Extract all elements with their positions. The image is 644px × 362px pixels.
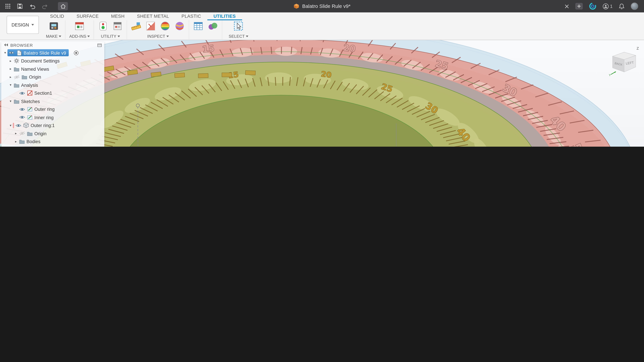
browser-row-origin[interactable]: ▸Origin bbox=[1, 129, 104, 137]
browser-row-sketches[interactable]: ▾Sketches bbox=[1, 146, 104, 147]
user-avatar[interactable] bbox=[631, 2, 638, 10]
visibility-eye-off-icon[interactable] bbox=[19, 131, 25, 136]
select-group-label[interactable]: SELECT bbox=[228, 34, 248, 38]
expand-arrow[interactable]: ▾ bbox=[8, 83, 13, 87]
browser-row-named-views[interactable]: ▸Named Views bbox=[1, 65, 104, 73]
document-icon bbox=[16, 50, 22, 56]
folder-icon bbox=[14, 66, 20, 72]
browser-row-label: Outer ring bbox=[34, 107, 55, 112]
ribbon-tabs: SOLIDSURFACEMESHSHEET METALPLASTICUTILIT… bbox=[44, 13, 242, 20]
new-document-icon[interactable] bbox=[575, 3, 582, 9]
utility-group-label[interactable]: UTILITY bbox=[101, 34, 120, 38]
browser-row-outer-ring-1[interactable]: ▾Outer ring:1 bbox=[1, 121, 104, 129]
section-analysis-icon[interactable] bbox=[146, 21, 156, 33]
visibility-eye-on-icon[interactable] bbox=[8, 51, 14, 55]
document-tab[interactable]: Balatro Slide Rule v9* bbox=[294, 3, 350, 9]
expand-arrow[interactable]: ▸ bbox=[8, 59, 13, 63]
expand-arrow[interactable]: ▾ bbox=[8, 99, 13, 103]
browser-row-section1[interactable]: Section1 bbox=[1, 89, 104, 97]
browser-row-label: Origin bbox=[34, 131, 46, 136]
close-document-icon[interactable] bbox=[564, 4, 569, 8]
home-icon[interactable] bbox=[58, 2, 68, 10]
browser-row-label: Sketches bbox=[21, 99, 40, 104]
chevron-down-icon bbox=[166, 35, 169, 38]
tab-utilities[interactable]: UTILITIES bbox=[207, 13, 242, 20]
tab-surface[interactable]: SURFACE bbox=[70, 13, 105, 20]
expand-arrow[interactable]: ▸ bbox=[14, 140, 18, 143]
tab-sheet-metal[interactable]: SHEET METAL bbox=[131, 13, 176, 20]
chevron-down-icon bbox=[118, 35, 120, 38]
browser-rows: ▾Balatro Slide Rule v9▸Document Settings… bbox=[1, 49, 104, 147]
browser-row-sketches[interactable]: ▾Sketches bbox=[1, 97, 104, 105]
presence-badge[interactable]: 1 bbox=[602, 3, 613, 9]
browser-row-balatro-slide-rule-v9[interactable]: ▾Balatro Slide Rule v9 bbox=[1, 49, 104, 57]
inspect-group-label[interactable]: INSPECT bbox=[147, 34, 169, 38]
utility-panel-icon[interactable] bbox=[112, 21, 123, 33]
browser-menu-button[interactable] bbox=[97, 43, 102, 47]
browser-row-label: Balatro Slide Rule v9 bbox=[24, 50, 66, 55]
expand-arrow[interactable]: ▾ bbox=[3, 51, 8, 55]
folder-icon bbox=[19, 139, 25, 144]
browser-row-label: Bodies bbox=[26, 139, 40, 144]
expand-arrow[interactable]: ▸ bbox=[8, 75, 13, 79]
document-cube-icon bbox=[294, 3, 299, 9]
sketch-icon bbox=[27, 114, 33, 120]
browser-row-label: Named Views bbox=[21, 66, 49, 71]
interference-spheres-icon[interactable] bbox=[208, 21, 218, 33]
svg-text:20: 20 bbox=[320, 69, 332, 79]
visibility-eye-on-icon[interactable] bbox=[15, 123, 22, 128]
browser-row-label: Document Settings bbox=[21, 58, 60, 63]
ribbon-toolbar: DESIGN SOLIDSURFACEMESHSHEET METALPLASTI… bbox=[0, 12, 644, 40]
gear-icon bbox=[14, 58, 20, 64]
visibility-eye-on-icon[interactable] bbox=[19, 115, 25, 120]
titlebar: Balatro Slide Rule v9* 1 bbox=[0, 0, 644, 12]
addins-group-label[interactable]: ADD-INS bbox=[69, 34, 90, 38]
measure-icon[interactable] bbox=[131, 21, 142, 33]
fusion-logo-icon[interactable] bbox=[589, 2, 596, 10]
chevron-down-icon bbox=[246, 35, 248, 38]
viewcube-z-axis-label: Z bbox=[636, 46, 639, 50]
draft-analysis-icon[interactable] bbox=[174, 21, 185, 33]
browser-row-document-settings[interactable]: ▸Document Settings bbox=[1, 57, 104, 65]
expand-arrow[interactable]: ▸ bbox=[8, 67, 13, 71]
tab-mesh[interactable]: MESH bbox=[105, 13, 131, 20]
tab-solid[interactable]: SOLID bbox=[44, 13, 70, 20]
curvature-map-icon[interactable] bbox=[160, 21, 171, 33]
select-icon[interactable] bbox=[233, 21, 244, 33]
viewcube[interactable]: Z BACK LEFT Y bbox=[608, 45, 640, 77]
redo-icon[interactable] bbox=[42, 3, 48, 9]
make-group-label[interactable]: MAKE bbox=[46, 34, 62, 38]
expand-arrow[interactable]: ▸ bbox=[14, 132, 18, 135]
activate-component-radio[interactable] bbox=[74, 50, 79, 55]
app-grid-icon[interactable] bbox=[5, 3, 11, 9]
browser-row-analysis[interactable]: ▾Analysis bbox=[1, 81, 104, 89]
make-icon[interactable] bbox=[48, 21, 59, 33]
browser-row-label: Origin bbox=[29, 75, 41, 80]
browser-collapse-icon[interactable] bbox=[4, 43, 8, 48]
tab-plastic[interactable]: PLASTIC bbox=[175, 13, 207, 20]
browser-row-bodies[interactable]: ▸Bodies bbox=[1, 138, 104, 146]
chevron-down-icon bbox=[32, 24, 34, 27]
expand-arrow[interactable]: ▾ bbox=[8, 123, 13, 127]
data-tools-group bbox=[189, 20, 222, 39]
workspace-selector[interactable]: DESIGN bbox=[6, 16, 39, 34]
notifications-bell-icon[interactable] bbox=[619, 3, 625, 9]
component-icon bbox=[23, 122, 29, 128]
folder-icon bbox=[14, 82, 20, 88]
visibility-eye-off-icon[interactable] bbox=[14, 75, 20, 79]
parameters-table-icon[interactable] bbox=[193, 21, 204, 33]
folder-icon bbox=[22, 74, 27, 80]
svg-text:Y: Y bbox=[609, 73, 611, 77]
visibility-eye-on-icon[interactable] bbox=[19, 107, 25, 112]
browser-row-outer-ring[interactable]: Outer ring bbox=[1, 105, 104, 113]
browser-row-origin[interactable]: ▸Origin bbox=[1, 73, 104, 81]
save-icon[interactable] bbox=[17, 3, 23, 9]
traffic-light-icon[interactable] bbox=[98, 21, 109, 33]
visibility-eye-on-icon[interactable] bbox=[19, 91, 25, 95]
select-group: SELECT bbox=[225, 20, 252, 39]
browser-row-inner-ring[interactable]: Inner ring bbox=[1, 113, 104, 121]
addins-group: ADD-INS bbox=[66, 20, 94, 39]
browser-row-label: Outer ring:1 bbox=[31, 123, 55, 128]
addins-icon[interactable] bbox=[74, 21, 85, 33]
undo-icon[interactable] bbox=[29, 3, 36, 9]
